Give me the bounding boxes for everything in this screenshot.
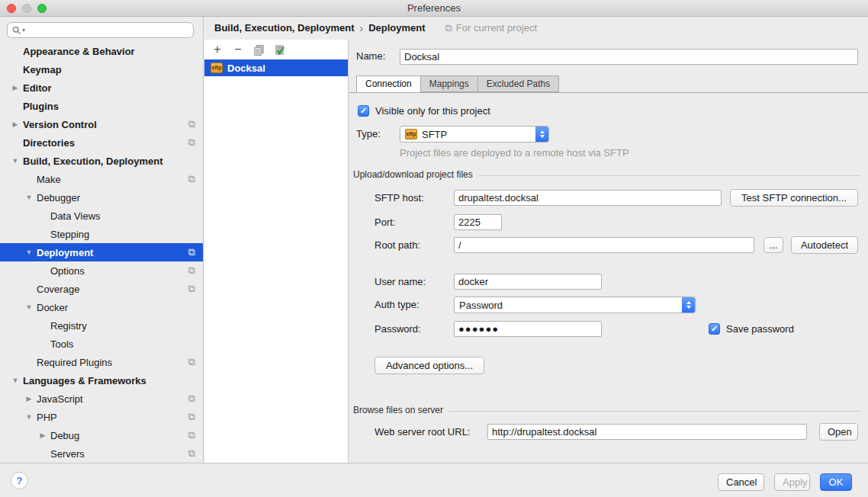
chevron-right-icon[interactable]: ▶ (35, 431, 50, 439)
user-name-input[interactable] (454, 274, 602, 290)
settings-search[interactable]: ▾ (7, 22, 194, 38)
name-input[interactable] (400, 49, 858, 65)
sftp-host-input[interactable] (454, 190, 722, 206)
sidebar-item-plugins[interactable]: Plugins (0, 97, 203, 115)
window-title: Preferences (0, 0, 868, 17)
footer-bar: ? Cancel Apply OK (0, 463, 868, 497)
chevron-down-icon[interactable]: ▼ (21, 303, 37, 311)
name-label: Name: (356, 48, 385, 65)
use-as-default-button[interactable] (273, 43, 285, 56)
sidebar-item-appearance-behavior[interactable]: Appearance & Behavior (0, 42, 203, 60)
cancel-button[interactable]: Cancel (718, 473, 764, 491)
chevron-right-icon[interactable]: ▶ (8, 120, 23, 128)
sidebar-item-data-views[interactable]: Data Views (0, 207, 203, 225)
scope-label: For current project (456, 17, 537, 40)
sidebar-item-php[interactable]: ▼PHP⧉ (0, 408, 203, 426)
chevron-right-icon[interactable]: ▶ (8, 84, 23, 91)
advanced-options-button[interactable]: Advanced options... (375, 357, 484, 374)
project-scope-icon: ⧉ (445, 17, 452, 40)
auth-select-stepper-icon (682, 297, 695, 313)
auth-type-select[interactable]: Password (454, 297, 696, 313)
sidebar-item-stepping[interactable]: Stepping (0, 225, 203, 243)
search-input[interactable] (28, 25, 188, 36)
sidebar-item-directories[interactable]: Directories⧉ (0, 133, 203, 152)
type-value: SFTP (422, 129, 447, 140)
password-input[interactable] (454, 321, 602, 337)
zoom-button[interactable] (37, 4, 47, 13)
user-name-label: User name: (375, 274, 426, 290)
type-select[interactable]: sftp SFTP (400, 126, 549, 143)
sidebar-item-version-control[interactable]: ▶Version Control⧉ (0, 115, 203, 133)
sidebar-item-label: Build, Execution, Deployment (23, 156, 162, 167)
tab-excluded-paths[interactable]: Excluded Paths (477, 75, 559, 92)
sidebar-item-languages-frameworks[interactable]: ▼Languages & Frameworks (0, 371, 203, 390)
visible-only-checkbox[interactable]: ✓ (358, 105, 369, 117)
sidebar-item-javascript[interactable]: ▶JavaScript⧉ (0, 390, 203, 408)
chevron-down-icon[interactable]: ▼ (21, 194, 37, 201)
duplicate-server-button[interactable] (252, 43, 265, 56)
add-server-button[interactable]: + (211, 43, 223, 56)
web-root-input[interactable] (487, 424, 807, 440)
sidebar-item-required-plugins[interactable]: Required Plugins⧉ (0, 353, 203, 371)
root-path-label: Root path: (375, 237, 420, 254)
autodetect-button[interactable]: Autodetect (791, 236, 858, 254)
browse-root-path-button[interactable]: ... (764, 237, 783, 253)
sidebar-item-label: Deployment (37, 247, 93, 258)
auth-type-label: Auth type: (375, 297, 420, 313)
tab-mappings[interactable]: Mappings (420, 75, 478, 92)
sidebar-item-make[interactable]: Make⧉ (0, 170, 203, 188)
settings-sidebar: ▾ Appearance & BehaviorKeymap▶EditorPlug… (0, 17, 204, 463)
apply-button[interactable]: Apply (774, 473, 810, 491)
search-options-caret-icon[interactable]: ▾ (22, 27, 25, 34)
sidebar-item-label: Version Control (23, 119, 97, 130)
sidebar-item-build-execution-deployment[interactable]: ▼Build, Execution, Deployment (0, 152, 203, 170)
search-icon (12, 26, 21, 35)
sidebar-item-label: JavaScript (37, 393, 83, 405)
section-divider (479, 175, 860, 176)
sidebar-item-label: Keymap (23, 64, 62, 75)
sidebar-item-debug[interactable]: ▶Debug⧉ (0, 426, 203, 444)
sidebar-item-editor[interactable]: ▶Editor (0, 79, 203, 97)
deployment-form: Name: Connection Mappings Excluded Paths… (349, 40, 868, 463)
sidebar-item-coverage[interactable]: Coverage⧉ (0, 280, 203, 298)
ok-button[interactable]: OK (820, 473, 852, 491)
server-list-panel: + − (204, 40, 349, 463)
sidebar-item-servers[interactable]: Servers⧉ (0, 444, 203, 463)
sidebar-item-label: Docker (37, 302, 68, 313)
save-password-checkbox[interactable]: ✓ (709, 323, 720, 335)
root-path-input[interactable] (454, 237, 754, 253)
minimize-button[interactable] (22, 4, 31, 13)
header-band: Build, Execution, Deployment › Deploymen… (204, 17, 868, 40)
section-divider (449, 411, 860, 412)
sidebar-item-options[interactable]: Options⧉ (0, 261, 203, 280)
sftp-host-label: SFTP host: (375, 190, 424, 207)
sidebar-item-keymap[interactable]: Keymap (0, 60, 203, 79)
sftp-type-icon: sftp (405, 129, 417, 139)
sidebar-item-label: Directories (23, 137, 75, 149)
chevron-right-icon[interactable]: ▶ (21, 395, 37, 402)
sidebar-item-debugger[interactable]: ▼Debugger (0, 188, 203, 207)
breadcrumb-separator: › (359, 17, 363, 40)
visible-only-label: Visible only for this project (375, 105, 490, 117)
sidebar-item-label: Make (37, 174, 61, 185)
chevron-down-icon[interactable]: ▼ (21, 248, 37, 256)
test-sftp-connection-button[interactable]: Test SFTP connection... (730, 189, 858, 207)
chevron-down-icon[interactable]: ▼ (8, 377, 23, 384)
chevron-down-icon[interactable]: ▼ (21, 413, 37, 421)
port-input[interactable] (454, 214, 502, 230)
sidebar-item-label: Languages & Frameworks (23, 375, 146, 386)
help-button[interactable]: ? (11, 472, 28, 489)
sidebar-tree: Appearance & BehaviorKeymap▶EditorPlugin… (0, 42, 203, 463)
sidebar-item-label: Appearance & Behavior (23, 46, 135, 57)
sidebar-item-docker[interactable]: ▼Docker (0, 298, 203, 316)
open-url-button[interactable]: Open (819, 423, 858, 441)
remove-server-button[interactable]: − (232, 43, 244, 56)
project-scope-icon: ⧉ (188, 429, 195, 441)
sidebar-item-registry[interactable]: Registry (0, 316, 203, 335)
tab-connection[interactable]: Connection (356, 75, 421, 93)
close-button[interactable] (7, 4, 16, 13)
server-list-item-docksal[interactable]: sftp Docksal (204, 59, 348, 76)
sidebar-item-tools[interactable]: Tools (0, 335, 203, 353)
sidebar-item-deployment[interactable]: ▼Deployment⧉ (0, 243, 203, 261)
chevron-down-icon[interactable]: ▼ (8, 157, 23, 165)
